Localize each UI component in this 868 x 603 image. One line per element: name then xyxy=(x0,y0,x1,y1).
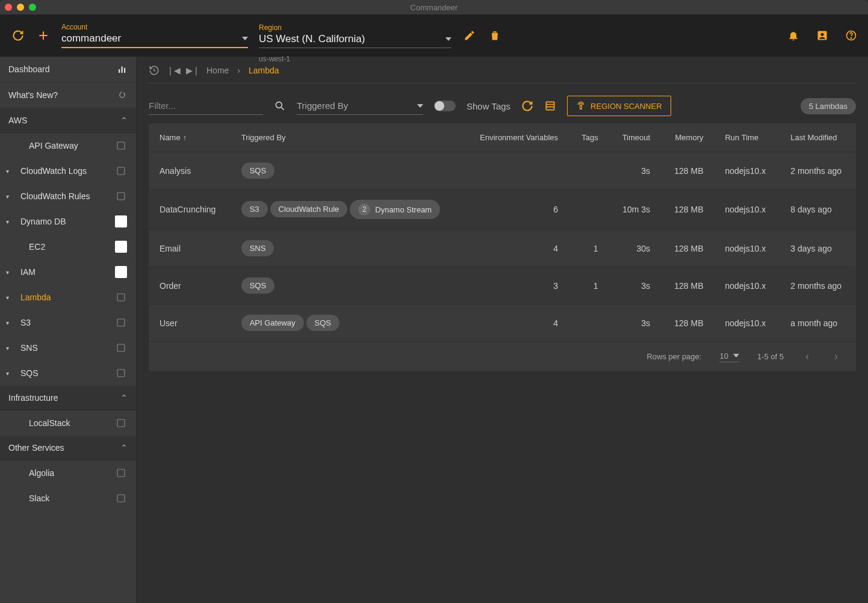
fire-icon xyxy=(117,90,128,100)
next-page-icon[interactable]: › xyxy=(831,350,842,363)
column-header-name[interactable]: Name↑ xyxy=(149,123,231,152)
trigger-chip[interactable]: API Gateway xyxy=(241,315,304,331)
filter-input[interactable] xyxy=(149,97,263,115)
toolbar: Triggered By Show Tags REGION SCANNER 5 … xyxy=(149,96,856,116)
sidebar-item-label: API Gateway xyxy=(29,141,78,150)
expand-icon: ▾ xyxy=(6,345,9,351)
service-icon xyxy=(114,366,128,380)
sidebar-item-lambda[interactable]: ▾Lambda xyxy=(0,285,136,310)
svg-rect-8 xyxy=(117,167,125,175)
show-tags-toggle[interactable] xyxy=(434,100,456,111)
sort-asc-icon: ↑ xyxy=(183,134,187,142)
region-selector[interactable]: Region US West (N. California) us-west-1 xyxy=(259,23,451,48)
service-icon xyxy=(114,164,128,178)
cell-modified: 3 days ago xyxy=(780,230,856,267)
service-icon xyxy=(114,190,128,203)
triggered-by-select[interactable]: Triggered By xyxy=(297,97,423,115)
trigger-chip[interactable]: SQS xyxy=(241,277,274,294)
service-icon xyxy=(114,139,128,152)
show-tags-label: Show Tags xyxy=(467,101,510,111)
trigger-chip[interactable]: 2Dynamo Stream xyxy=(350,200,440,219)
table-row[interactable]: AnalysisSQS3s128 MBnodejs10.x2 months ag… xyxy=(149,152,856,190)
table-row[interactable]: DataCrunchingS3CloudWatch Rule2Dynamo St… xyxy=(149,190,856,230)
column-header-triggered-by[interactable]: Triggered By xyxy=(231,123,465,152)
column-header-memory[interactable]: Memory xyxy=(661,123,714,152)
sidebar-whatsnew[interactable]: What's New? xyxy=(0,82,136,108)
sidebar-item-sqs[interactable]: ▾SQS xyxy=(0,360,136,386)
svg-rect-5 xyxy=(122,67,123,73)
nav-first-icon[interactable]: ❘◀ xyxy=(168,65,179,76)
breadcrumb-home[interactable]: Home xyxy=(206,66,229,75)
notifications-icon[interactable] xyxy=(787,29,799,42)
search-icon[interactable] xyxy=(274,100,286,112)
account-icon[interactable] xyxy=(816,29,828,42)
cell-timeout: 10m 3s xyxy=(609,190,661,230)
sidebar-item-api-gateway[interactable]: API Gateway xyxy=(0,133,136,158)
breadcrumb-sep: › xyxy=(237,66,240,75)
cell-timeout: 30s xyxy=(609,230,661,267)
sidebar-item-label: SNS xyxy=(20,343,38,353)
cell-runtime: nodejs10.x xyxy=(714,190,780,230)
svg-rect-16 xyxy=(117,495,125,502)
sidebar-section-infrastructure[interactable]: Infrastructure⌃ xyxy=(0,386,136,410)
column-header-environment-variables[interactable]: Environment Variables xyxy=(464,123,569,152)
trigger-chip[interactable]: SNS xyxy=(241,240,274,256)
sidebar-item-label: Slack xyxy=(29,493,49,503)
refresh-button[interactable] xyxy=(11,28,25,43)
region-value: US West (N. California) xyxy=(259,33,365,45)
table-row[interactable]: EmailSNS4130s128 MBnodejs10.x3 days ago xyxy=(149,230,856,267)
sidebar-item-s3[interactable]: ▾S3 xyxy=(0,310,136,335)
sidebar-item-cloudwatch-logs[interactable]: ▾CloudWatch Logs xyxy=(0,158,136,184)
prev-page-icon[interactable]: ‹ xyxy=(802,350,813,363)
sidebar-item-slack[interactable]: Slack xyxy=(0,486,136,511)
sidebar-item-dynamo-db[interactable]: ▾Dynamo DB xyxy=(0,209,136,234)
cell-triggers: SQS xyxy=(231,152,465,190)
sidebar-item-iam[interactable]: ▾IAM xyxy=(0,259,136,285)
rows-per-page-select[interactable]: 10 xyxy=(719,351,739,362)
trigger-chip[interactable]: S3 xyxy=(241,201,268,217)
topbar: Account commandeer Region US West (N. Ca… xyxy=(0,14,868,57)
cell-tags: 1 xyxy=(569,230,609,267)
sidebar-item-sns[interactable]: ▾SNS xyxy=(0,335,136,360)
add-button[interactable] xyxy=(36,28,51,43)
list-view-icon[interactable] xyxy=(544,100,556,112)
service-icon xyxy=(114,341,128,354)
sidebar-section-aws[interactable]: AWS⌃ xyxy=(0,108,136,133)
trigger-chip[interactable]: SQS xyxy=(241,162,274,179)
chevron-up-icon: ⌃ xyxy=(120,116,128,125)
service-icon xyxy=(114,316,128,329)
refresh-table-icon[interactable] xyxy=(521,100,533,112)
svg-point-3 xyxy=(851,38,851,39)
cell-name: Email xyxy=(149,230,231,267)
trigger-chip[interactable]: CloudWatch Rule xyxy=(270,201,348,217)
sidebar-item-cloudwatch-rules[interactable]: ▾CloudWatch Rules xyxy=(0,184,136,209)
column-header-last-modified[interactable]: Last Modified xyxy=(780,123,856,152)
table-row[interactable]: UserAPI GatewaySQS43s128 MBnodejs10.xa m… xyxy=(149,305,856,342)
account-selector[interactable]: Account commandeer xyxy=(61,23,248,48)
column-header-run-time[interactable]: Run Time xyxy=(714,123,780,152)
sidebar-item-localstack[interactable]: LocalStack xyxy=(0,410,136,436)
expand-icon: ▾ xyxy=(6,294,9,301)
sidebar-item-algolia[interactable]: Algolia xyxy=(0,460,136,486)
column-header-tags[interactable]: Tags xyxy=(569,123,609,152)
service-icon xyxy=(114,416,128,430)
nav-last-icon[interactable]: ▶❘ xyxy=(187,65,198,76)
table-row[interactable]: OrderSQS313s128 MBnodejs10.x2 months ago xyxy=(149,267,856,305)
cell-tags xyxy=(569,190,609,230)
sidebar-section-other-services[interactable]: Other Services⌃ xyxy=(0,436,136,460)
history-icon[interactable] xyxy=(149,65,160,76)
cell-tags: 1 xyxy=(569,267,609,305)
delete-button[interactable] xyxy=(488,28,502,43)
chart-icon xyxy=(117,64,128,75)
sidebar-dashboard[interactable]: Dashboard xyxy=(0,57,136,82)
region-scanner-button[interactable]: REGION SCANNER xyxy=(567,96,671,116)
svg-rect-14 xyxy=(117,419,125,427)
sidebar-item-ec2[interactable]: EC2 xyxy=(0,234,136,259)
window-titlebar: Commandeer xyxy=(0,0,868,14)
column-header-timeout[interactable]: Timeout xyxy=(609,123,661,152)
help-icon[interactable] xyxy=(845,29,857,42)
edit-button[interactable] xyxy=(462,28,477,43)
cell-name: DataCrunching xyxy=(149,190,231,230)
trigger-chip[interactable]: SQS xyxy=(306,315,339,331)
service-icon xyxy=(114,466,128,480)
